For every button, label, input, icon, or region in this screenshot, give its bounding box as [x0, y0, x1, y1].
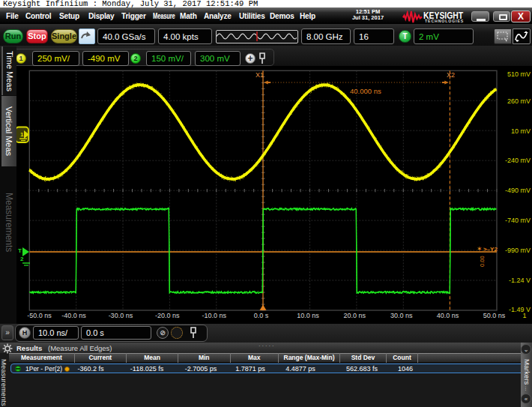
- svg-text:510 mV: 510 mV: [507, 70, 531, 78]
- svg-text:2: 2: [20, 256, 24, 262]
- svg-text:0.00: 0.00: [479, 256, 486, 267]
- svg-text:1: 1: [20, 131, 24, 138]
- svg-text:-240 mV: -240 mV: [505, 157, 531, 164]
- svg-text:40.000 ns: 40.000 ns: [350, 87, 381, 95]
- svg-text:X1: X1: [256, 71, 264, 79]
- svg-text:X2: X2: [447, 71, 455, 79]
- svg-text:-740 mV: -740 mV: [505, 217, 531, 224]
- svg-text:-30.0 ns: -30.0 ns: [109, 312, 133, 319]
- svg-text:✶: ✶: [477, 245, 483, 253]
- svg-text:-50.0 ns: -50.0 ns: [27, 312, 52, 319]
- svg-text:-1.24 V: -1.24 V: [509, 277, 531, 284]
- svg-text:>–Y2: >–Y2: [483, 246, 498, 253]
- svg-text:-10.0 ns: -10.0 ns: [202, 312, 226, 319]
- svg-text:-40.0 ns: -40.0 ns: [61, 312, 86, 319]
- svg-text:30.0 ns: 30.0 ns: [390, 312, 413, 319]
- svg-text:-990 mV: -990 mV: [505, 247, 531, 254]
- svg-text:40.0 ns: 40.0 ns: [437, 312, 459, 319]
- svg-text:-490 mV: -490 mV: [505, 187, 531, 194]
- svg-text:-1.49 V: -1.49 V: [509, 306, 531, 313]
- svg-text:10 mV: 10 mV: [511, 127, 531, 135]
- svg-text:0.0 s: 0.0 s: [254, 312, 269, 319]
- svg-text:20.0 ns: 20.0 ns: [344, 312, 366, 319]
- svg-text:50.0 ns: 50.0 ns: [483, 312, 506, 319]
- svg-text:T: T: [18, 247, 22, 254]
- svg-text:260 mV: 260 mV: [507, 97, 531, 105]
- svg-text:10.0 ns: 10.0 ns: [297, 312, 319, 319]
- svg-text:-20.0 ns: -20.0 ns: [155, 312, 180, 319]
